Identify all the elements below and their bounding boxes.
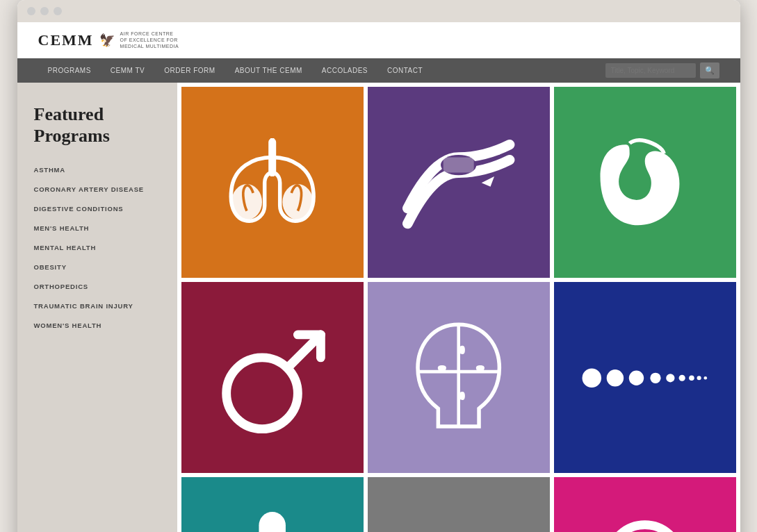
grid-cell-obesity[interactable] [554,282,736,473]
stomach-icon [581,116,708,250]
svg-point-18 [697,376,701,380]
grid-cell-ortho[interactable] [181,477,364,532]
search-input[interactable] [605,63,696,78]
nav-about[interactable]: ABOUT THE CEMM [225,58,312,83]
svg-point-12 [606,369,623,386]
puzzle-head-icon [395,311,522,445]
svg-point-11 [582,368,601,388]
svg-point-1 [282,184,313,219]
sidebar-menu: ASTHMA CORONARY ARTERY DISEASE DIGESTIVE… [34,163,161,331]
svg-point-25 [609,524,681,532]
svg-point-19 [703,376,707,380]
logo-area: CEMM 🦅 AIR FORCE CENTRE OF EXCELLENCE FO… [38,31,179,49]
grid-cell-womens[interactable] [554,477,736,532]
search-button[interactable]: 🔍 [700,63,719,78]
browser-close-btn[interactable] [27,7,35,15]
grid-cell-lungs[interactable] [181,87,364,278]
site-header: CEMM 🦅 AIR FORCE CENTRE OF EXCELLENCE FO… [17,22,740,58]
sidebar-item-digestive[interactable]: DIGESTIVE CONDITIONS [34,205,124,213]
svg-rect-2 [268,138,276,176]
svg-point-16 [678,374,685,381]
svg-point-13 [629,370,644,385]
svg-point-17 [689,375,694,381]
knee-icon [209,506,336,532]
lungs-icon [209,116,336,250]
brain-icon [395,506,522,532]
sidebar-item-mens[interactable]: MEN'S HEALTH [34,224,90,232]
grid-cell-artery[interactable] [368,87,550,278]
grid-cell-tbi[interactable] [368,477,550,532]
nav-search: 🔍 [605,63,719,78]
svg-point-14 [650,372,660,383]
nav-programs[interactable]: PROGRAMS [38,58,101,83]
svg-line-6 [287,335,320,368]
svg-rect-4 [443,157,473,172]
sidebar-item-cad[interactable]: CORONARY ARTERY DISEASE [34,185,144,193]
nav-links: PROGRAMS CEMM TV ORDER FORM ABOUT THE CE… [38,58,433,83]
obesity-dots-icon [581,311,708,445]
sidebar-title: Featured Programs [34,103,161,147]
artery-icon [395,116,522,250]
svg-point-0 [231,184,262,219]
svg-rect-20 [259,512,286,532]
nav-accolades[interactable]: ACCOLADES [312,58,377,83]
sidebar-item-obesity[interactable]: OBESITY [34,263,67,271]
mars-icon [209,311,336,445]
logo-subtitle: AIR FORCE CENTRE OF EXCELLENCE FOR MEDIC… [120,31,179,49]
grid-cell-stomach[interactable] [554,87,736,278]
sidebar-item-asthma[interactable]: ASTHMA [34,166,65,174]
venus-icon [581,506,708,532]
sidebar-item-tbi[interactable]: TRAUMATIC BRAIN INJURY [34,302,133,310]
browser-chrome [17,0,740,22]
grid-cell-mens[interactable] [181,282,364,473]
browser-min-btn[interactable] [40,7,49,15]
logo-text: CEMM [38,31,94,49]
browser-max-btn[interactable] [54,7,62,15]
eagle-icon: 🦅 [99,33,115,48]
main-content: Featured Programs ASTHMA CORONARY ARTERY… [17,83,740,532]
grid-cell-mental[interactable] [368,282,550,473]
browser-window: CEMM 🦅 AIR FORCE CENTRE OF EXCELLENCE FO… [17,0,740,532]
nav-contact[interactable]: CONTACT [377,58,432,83]
nav-order-form[interactable]: ORDER FORM [154,58,225,83]
programs-grid [177,83,740,532]
sidebar: Featured Programs ASTHMA CORONARY ARTERY… [17,83,177,532]
nav-cemm-tv[interactable]: CEMM TV [101,58,154,83]
site-nav: PROGRAMS CEMM TV ORDER FORM ABOUT THE CE… [17,58,740,83]
sidebar-item-womens[interactable]: WOMEN'S HEALTH [34,322,102,329]
sidebar-item-mental[interactable]: MENTAL HEALTH [34,244,97,251]
sidebar-item-ortho[interactable]: ORTHOPEDICS [34,283,88,290]
svg-point-15 [666,374,674,382]
